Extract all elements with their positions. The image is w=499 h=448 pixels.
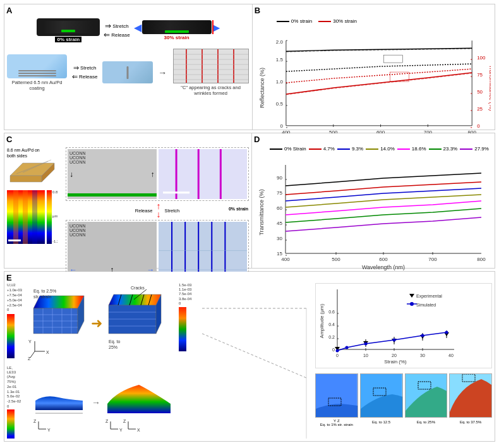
d-color-186 xyxy=(397,148,410,150)
svg-point-186 xyxy=(346,346,349,349)
svg-text:X: X xyxy=(137,428,140,432)
d-color-233 xyxy=(429,148,442,150)
arrow-up-1: ↑ xyxy=(151,170,155,179)
svg-text:0: 0 xyxy=(336,353,339,358)
panel-a: A 0% strain ⇒ Stretch xyxy=(4,4,253,130)
d-label-47: 4.7% xyxy=(323,146,335,152)
svg-point-185 xyxy=(336,349,339,353)
legend-30-label: 30% strain xyxy=(333,18,357,24)
svg-text:1.5: 1.5 xyxy=(276,57,284,63)
cs-svg-2 xyxy=(361,374,402,418)
c-stripes-svg-1 xyxy=(159,149,248,199)
cs-4: Eq. to 37.5% xyxy=(449,373,492,439)
e-le-arrow: → xyxy=(92,366,102,439)
svg-text:Simulated: Simulated xyxy=(416,303,436,307)
d-label-279: 27.9% xyxy=(474,146,489,152)
substrate-lines xyxy=(18,70,56,76)
sub-line-3 xyxy=(18,75,56,76)
arrow-right-icon: → xyxy=(158,68,167,78)
d-color-93 xyxy=(337,148,350,150)
svg-rect-135 xyxy=(7,409,15,439)
svg-text:Z: Z xyxy=(28,356,31,361)
cs-img-2 xyxy=(360,373,403,418)
svg-text:0: 0 xyxy=(332,348,335,352)
e-arrow-icon: ➜ xyxy=(91,315,102,332)
d-legend-186: 18.6% xyxy=(397,146,426,152)
d-color-0 xyxy=(270,148,282,150)
panel-e: E U,U2 +1.0e-03+7.5e-04+5.0e-04+2.5e-040 xyxy=(4,272,495,441)
cs-img-1 xyxy=(315,373,358,418)
svg-text:0: 0 xyxy=(477,123,480,129)
svg-text:Amplitude (μm): Amplitude (μm) xyxy=(319,303,325,338)
cracks-label: "C" appearing as cracks and wrinkles for… xyxy=(172,85,250,96)
d-label-186: 18.6% xyxy=(412,146,426,152)
cracked-img xyxy=(173,49,249,83)
cs-svg-3 xyxy=(406,374,447,418)
svg-marker-191 xyxy=(409,294,414,298)
svg-text:600: 600 xyxy=(379,257,388,262)
device-0-strain: 0% strain xyxy=(37,18,100,42)
d-chart: 15 30 45 60 75 90 400 500 600 70 xyxy=(257,162,491,279)
svg-marker-48 xyxy=(10,176,42,182)
svg-text:Strain (%): Strain (%) xyxy=(384,359,407,365)
svg-rect-65 xyxy=(163,191,189,193)
svg-rect-56 xyxy=(8,239,21,241)
d-color-140 xyxy=(366,148,378,150)
svg-rect-134 xyxy=(179,307,186,351)
e-amplitude-svg: 0 0.2 0.4 0.6 0 10 20 30 40 xyxy=(318,286,457,365)
e-fem-2: Cracks Eq. to 25% 1.5e-031.1e-037.5e-043… xyxy=(105,283,196,363)
d-legend-47: 4.7% xyxy=(309,146,335,152)
svg-text:0.2: 0.2 xyxy=(328,335,335,339)
svg-text:15: 15 xyxy=(277,251,282,257)
e-u2-label: U,U2 xyxy=(7,283,26,288)
svg-text:Y: Y xyxy=(119,428,123,432)
release-label: Release xyxy=(111,32,129,38)
svg-text:75: 75 xyxy=(477,72,483,78)
d-color-279 xyxy=(460,148,472,150)
r-label: Release xyxy=(79,74,97,80)
e-le-label: LE,LE33(Avg:75%) xyxy=(7,366,31,384)
e-connecting-lines xyxy=(199,283,310,439)
svg-point-188 xyxy=(393,339,396,342)
svg-text:400: 400 xyxy=(281,257,290,262)
svg-text:90: 90 xyxy=(277,175,282,181)
e-colorbar-svg-1 xyxy=(7,314,15,358)
c-release-stretch: Release ↑ ↓ Stretch xyxy=(66,203,249,217)
e-le-colorbar: LE,LE33(Avg:75%) 2e-011.3e-015.0e-02-2.5… xyxy=(7,366,31,439)
substrate-row: Patterned 6.5 nm Au/Pd coating ⇒ Stretch… xyxy=(7,49,250,96)
substrate-arrows: ⇒ Stretch ⇐ Release xyxy=(72,64,97,81)
svg-text:Transmittance (%): Transmittance (%) xyxy=(258,189,265,235)
legend-30-strain: 30% strain xyxy=(318,18,357,24)
stretch-label: Stretch xyxy=(112,23,128,29)
svg-text:60: 60 xyxy=(277,205,282,211)
svg-text:30: 30 xyxy=(277,236,282,241)
svg-text:Wavelength (nm): Wavelength (nm) xyxy=(362,264,405,270)
e-left: U,U2 +1.0e-03+7.5e-04+5.0e-04+2.5e-040 xyxy=(7,283,196,439)
cs-1: Y Z Eq. to 1% str. strain xyxy=(315,373,358,439)
svg-text:2.0: 2.0 xyxy=(276,39,284,45)
e-le-sim-1: Z Y xyxy=(32,366,89,439)
cs-svg-1 xyxy=(316,374,358,418)
c-left: 8.6 nm Au/Pd on both sides xyxy=(7,147,64,265)
svg-text:700: 700 xyxy=(428,257,437,262)
svg-rect-101 xyxy=(7,314,15,358)
sub-line-2 xyxy=(18,73,56,74)
legend-0-label: 0% strain xyxy=(291,18,312,24)
e-colorbar-svg-2 xyxy=(179,307,186,351)
d-color-47 xyxy=(309,148,322,150)
b-chart-svg: 0 0.5 1.0 1.5 2.0 0 25 50 75 100 xyxy=(258,34,491,148)
svg-marker-121 xyxy=(109,305,156,334)
cracked-col: "C" appearing as cracks and wrinkles for… xyxy=(172,49,250,96)
cs-svg-4 xyxy=(450,374,491,418)
sub-line-1 xyxy=(18,70,56,71)
c-3d-block: 8.6 nm Au/Pd on both sides xyxy=(7,147,61,188)
strain-30-label: 30% strain xyxy=(164,35,189,40)
strain-0-label: 0% strain xyxy=(55,37,81,42)
r-row: ⇐ Release xyxy=(72,73,97,81)
svg-text:800: 800 xyxy=(477,257,486,262)
c-release-label: Release xyxy=(135,208,153,214)
c-0strain-label: 0% strain xyxy=(229,207,248,211)
panel-b: B 0% strain 30% strain xyxy=(253,4,495,130)
c-content: 8.6 nm Au/Pd on both sides xyxy=(7,147,249,265)
substrate-col: Patterned 6.5 nm Au/Pd coating xyxy=(7,54,67,91)
